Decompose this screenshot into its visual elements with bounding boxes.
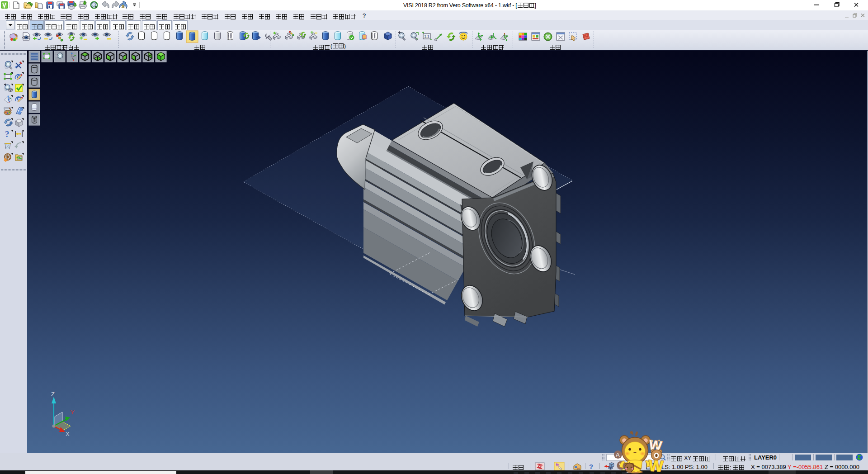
svg-text:Z: Z [51,391,55,398]
svg-text:W: W [648,457,665,474]
svg-text:X: X [66,431,70,437]
svg-text:Y: Y [71,409,75,416]
svg-text:A: A [616,451,620,458]
svg-text:10: 10 [577,467,580,470]
